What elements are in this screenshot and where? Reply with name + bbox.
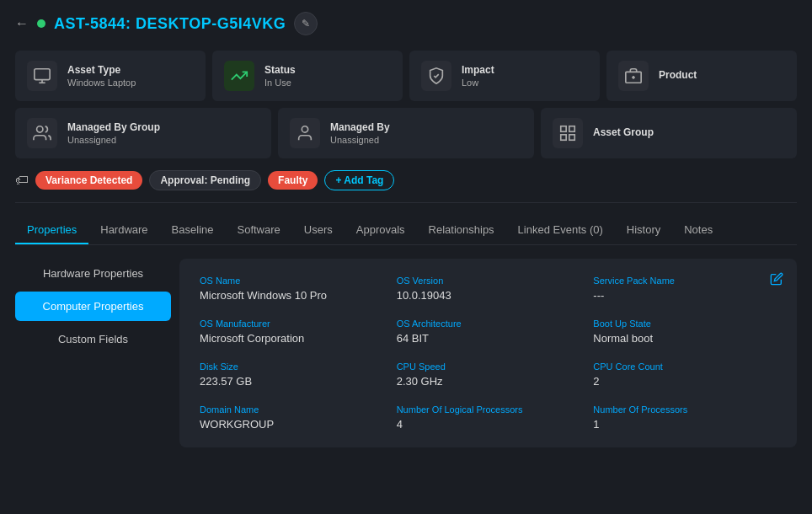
logical-processors-label: Number Of Logical Processors (397, 404, 580, 415)
back-button[interactable]: ← (15, 16, 29, 31)
product-card[interactable]: Product (606, 51, 797, 101)
add-tag-button[interactable]: + Add Tag (324, 170, 394, 190)
domain-name-value: WORKGROUP (200, 418, 383, 431)
cpu-speed-label: CPU Speed (397, 361, 580, 372)
tags-row: 🏷 Variance Detected Approval: Pending Fa… (15, 170, 797, 203)
service-pack-value: --- (593, 289, 777, 302)
os-manufacturer-prop: OS Manufacturer Microsoft Corporation (200, 319, 383, 345)
disk-size-label: Disk Size (200, 361, 383, 372)
cpu-core-count-label: CPU Core Count (593, 361, 777, 372)
boot-up-state-value: Normal boot (593, 332, 777, 345)
managed-by-card[interactable]: Managed By Unassigned (278, 108, 534, 158)
edit-pencil-icon: ✎ (302, 18, 310, 29)
header: ← AST-5844: DESKTOP-G5I4VKG ✎ (15, 12, 797, 35)
service-pack-label: Service Pack Name (593, 276, 777, 286)
boot-up-state-prop: Boot Up State Normal boot (593, 319, 777, 345)
asset-group-label: Asset Group (593, 126, 654, 138)
impact-card[interactable]: Impact Low (409, 51, 600, 101)
info-cards-row1: Asset Type Windows Laptop Status In Use (15, 51, 797, 101)
num-processors-value: 1 (593, 418, 777, 431)
managed-by-label: Managed By (330, 121, 390, 133)
domain-name-prop: Domain Name WORKGROUP (200, 404, 383, 431)
managed-by-group-icon (27, 118, 57, 148)
svg-point-7 (302, 126, 307, 132)
title-edit-button[interactable]: ✎ (294, 12, 318, 35)
status-card[interactable]: Status In Use (212, 51, 403, 101)
content-area: Hardware Properties Computer Properties … (15, 259, 797, 447)
status-label: Status (264, 64, 296, 76)
managed-by-group-value: Unassigned (67, 135, 160, 145)
asset-type-value: Windows Laptop (67, 78, 136, 88)
service-pack-prop: Service Pack Name --- (593, 276, 777, 302)
os-name-value: Microsoft Windows 10 Pro (200, 289, 383, 302)
impact-label: Impact (462, 64, 494, 76)
status-value: In Use (264, 78, 296, 88)
tab-baseline[interactable]: Baseline (160, 217, 226, 244)
managed-by-group-card[interactable]: Managed By Group Unassigned (15, 108, 271, 158)
info-cards-row2: Managed By Group Unassigned Managed By U… (15, 108, 797, 158)
sidebar-item-custom-fields[interactable]: Custom Fields (15, 324, 171, 354)
os-manufacturer-label: OS Manufacturer (200, 319, 383, 329)
tab-approvals[interactable]: Approvals (345, 217, 417, 244)
tabs-row: Properties Hardware Baseline Software Us… (15, 217, 797, 245)
tab-notes[interactable]: Notes (672, 217, 724, 244)
os-architecture-value: 64 BIT (397, 332, 580, 345)
asset-group-icon (553, 118, 583, 148)
properties-panel: OS Name Microsoft Windows 10 Pro OS Vers… (179, 259, 797, 447)
faulty-tag[interactable]: Faulty (268, 171, 318, 190)
num-processors-prop: Number Of Processors 1 (593, 404, 777, 431)
disk-size-prop: Disk Size 223.57 GB (200, 361, 383, 388)
impact-value: Low (462, 78, 494, 88)
approval-tag[interactable]: Approval: Pending (149, 170, 261, 190)
os-version-prop: OS Version 10.0.19043 (397, 276, 580, 302)
asset-group-card[interactable]: Asset Group (541, 108, 797, 158)
svg-rect-11 (569, 135, 574, 140)
logical-processors-value: 4 (397, 418, 580, 431)
domain-name-label: Domain Name (200, 404, 383, 415)
left-sidebar: Hardware Properties Computer Properties … (15, 259, 179, 447)
asset-type-card[interactable]: Asset Type Windows Laptop (15, 51, 206, 101)
cpu-core-count-value: 2 (593, 375, 777, 388)
num-processors-label: Number Of Processors (593, 404, 777, 415)
managed-by-value: Unassigned (330, 135, 390, 145)
svg-rect-10 (561, 135, 566, 140)
svg-point-6 (37, 126, 43, 132)
tab-linked-events[interactable]: Linked Events (0) (506, 217, 615, 244)
tab-software[interactable]: Software (225, 217, 291, 244)
product-label: Product (659, 69, 697, 81)
managed-by-group-label: Managed By Group (67, 121, 160, 133)
cpu-speed-prop: CPU Speed 2.30 GHz (397, 361, 580, 388)
sidebar-item-hardware-properties[interactable]: Hardware Properties (15, 259, 171, 288)
os-name-prop: OS Name Microsoft Windows 10 Pro (200, 276, 383, 302)
impact-icon (421, 61, 451, 91)
properties-grid: OS Name Microsoft Windows 10 Pro OS Vers… (200, 276, 777, 431)
boot-up-state-label: Boot Up State (593, 319, 777, 329)
page-title: AST-5844: DESKTOP-G5I4VKG (54, 15, 286, 33)
product-icon (618, 61, 649, 91)
tag-icon: 🏷 (15, 173, 29, 188)
asset-type-label: Asset Type (67, 64, 136, 76)
status-indicator (37, 19, 45, 28)
cpu-core-count-prop: CPU Core Count 2 (593, 361, 777, 388)
svg-rect-8 (561, 126, 566, 131)
tab-relationships[interactable]: Relationships (417, 217, 506, 244)
os-name-label: OS Name (200, 276, 383, 286)
sidebar-item-computer-properties[interactable]: Computer Properties (15, 292, 171, 321)
asset-type-icon (27, 61, 57, 91)
tab-properties[interactable]: Properties (15, 217, 88, 244)
svg-rect-0 (35, 69, 50, 80)
tab-history[interactable]: History (615, 217, 672, 244)
os-version-value: 10.0.19043 (397, 289, 580, 302)
tab-hardware[interactable]: Hardware (88, 217, 159, 244)
os-architecture-prop: OS Architecture 64 BIT (397, 319, 580, 345)
os-architecture-label: OS Architecture (397, 319, 580, 329)
tab-users[interactable]: Users (292, 217, 345, 244)
os-version-label: OS Version (397, 276, 580, 286)
variance-tag[interactable]: Variance Detected (35, 171, 142, 190)
disk-size-value: 223.57 GB (200, 375, 383, 388)
properties-edit-button[interactable] (770, 270, 783, 286)
logical-processors-prop: Number Of Logical Processors 4 (397, 404, 580, 431)
svg-rect-9 (569, 126, 574, 131)
status-icon (224, 61, 254, 91)
managed-by-icon (290, 118, 320, 148)
